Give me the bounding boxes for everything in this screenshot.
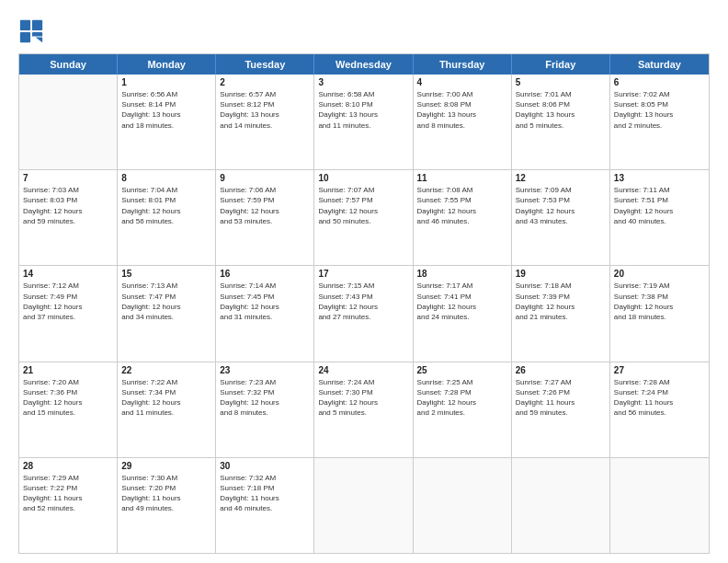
calendar-cell: 2Sunrise: 6:57 AM Sunset: 8:12 PM Daylig… [216, 75, 314, 169]
calendar-cell: 28Sunrise: 7:29 AM Sunset: 7:22 PM Dayli… [19, 458, 118, 553]
day-info: Sunrise: 7:03 AM Sunset: 8:03 PM Dayligh… [23, 185, 113, 226]
day-info: Sunrise: 7:00 AM Sunset: 8:08 PM Dayligh… [417, 89, 507, 131]
day-info: Sunrise: 7:24 AM Sunset: 7:30 PM Dayligh… [318, 377, 408, 419]
calendar-cell: 11Sunrise: 7:08 AM Sunset: 7:55 PM Dayli… [414, 170, 512, 265]
day-number: 5 [516, 77, 606, 87]
calendar-cell: 4Sunrise: 7:00 AM Sunset: 8:08 PM Daylig… [414, 75, 512, 169]
calendar-cell: 5Sunrise: 7:01 AM Sunset: 8:06 PM Daylig… [512, 75, 610, 169]
calendar-cell: 1Sunrise: 6:56 AM Sunset: 8:14 PM Daylig… [118, 75, 216, 169]
day-info: Sunrise: 7:19 AM Sunset: 7:38 PM Dayligh… [614, 281, 705, 322]
calendar-cell: 30Sunrise: 7:32 AM Sunset: 7:18 PM Dayli… [216, 458, 314, 553]
calendar-body: 1Sunrise: 6:56 AM Sunset: 8:14 PM Daylig… [19, 75, 709, 553]
header-day-monday: Monday [118, 54, 216, 75]
calendar-cell: 25Sunrise: 7:25 AM Sunset: 7:28 PM Dayli… [414, 362, 512, 457]
day-number: 1 [121, 77, 211, 87]
day-info: Sunrise: 7:32 AM Sunset: 7:18 PM Dayligh… [220, 473, 310, 514]
day-number: 13 [614, 173, 705, 183]
day-info: Sunrise: 7:18 AM Sunset: 7:39 PM Dayligh… [516, 281, 606, 322]
calendar: SundayMondayTuesdayWednesdayThursdayFrid… [18, 53, 710, 554]
day-info: Sunrise: 7:07 AM Sunset: 7:57 PM Dayligh… [318, 185, 408, 226]
day-number: 12 [516, 173, 606, 183]
logo [18, 18, 48, 44]
svg-rect-3 [20, 32, 30, 42]
day-number: 24 [318, 365, 408, 375]
calendar-cell: 17Sunrise: 7:15 AM Sunset: 7:43 PM Dayli… [314, 266, 413, 361]
svg-marker-5 [36, 38, 42, 43]
day-number: 20 [614, 269, 705, 279]
header-day-friday: Friday [512, 54, 610, 75]
day-info: Sunrise: 6:56 AM Sunset: 8:14 PM Dayligh… [121, 89, 211, 131]
day-number: 14 [23, 269, 113, 279]
day-number: 10 [318, 173, 408, 183]
day-number: 18 [417, 269, 507, 279]
day-info: Sunrise: 7:25 AM Sunset: 7:28 PM Dayligh… [417, 377, 507, 419]
calendar-cell: 21Sunrise: 7:20 AM Sunset: 7:36 PM Dayli… [19, 362, 118, 457]
svg-rect-1 [20, 20, 30, 30]
day-info: Sunrise: 7:27 AM Sunset: 7:26 PM Dayligh… [516, 377, 606, 419]
calendar-cell: 15Sunrise: 7:13 AM Sunset: 7:47 PM Dayli… [118, 266, 216, 361]
day-info: Sunrise: 7:12 AM Sunset: 7:49 PM Dayligh… [23, 281, 113, 322]
header-day-sunday: Sunday [19, 54, 118, 75]
day-number: 9 [220, 173, 310, 183]
day-info: Sunrise: 7:02 AM Sunset: 8:05 PM Dayligh… [614, 89, 705, 131]
calendar-cell: 12Sunrise: 7:09 AM Sunset: 7:53 PM Dayli… [512, 170, 610, 265]
day-info: Sunrise: 7:14 AM Sunset: 7:45 PM Dayligh… [220, 281, 310, 322]
header-day-saturday: Saturday [610, 54, 709, 75]
day-info: Sunrise: 7:13 AM Sunset: 7:47 PM Dayligh… [121, 281, 211, 322]
calendar-header: SundayMondayTuesdayWednesdayThursdayFrid… [19, 54, 709, 75]
day-number: 7 [23, 173, 113, 183]
calendar-cell: 10Sunrise: 7:07 AM Sunset: 7:57 PM Dayli… [314, 170, 413, 265]
calendar-cell: 16Sunrise: 7:14 AM Sunset: 7:45 PM Dayli… [216, 266, 314, 361]
day-number: 8 [121, 173, 211, 183]
day-info: Sunrise: 7:17 AM Sunset: 7:41 PM Dayligh… [417, 281, 507, 322]
day-number: 27 [614, 365, 705, 375]
day-number: 29 [121, 461, 211, 471]
day-number: 6 [614, 77, 705, 87]
logo-icon [18, 18, 44, 44]
calendar-cell: 22Sunrise: 7:22 AM Sunset: 7:34 PM Dayli… [118, 362, 216, 457]
calendar-cell: 29Sunrise: 7:30 AM Sunset: 7:20 PM Dayli… [118, 458, 216, 553]
day-info: Sunrise: 7:23 AM Sunset: 7:32 PM Dayligh… [220, 377, 310, 419]
day-number: 4 [417, 77, 507, 87]
day-info: Sunrise: 7:04 AM Sunset: 8:01 PM Dayligh… [121, 185, 211, 226]
day-number: 23 [220, 365, 310, 375]
header-day-thursday: Thursday [414, 54, 512, 75]
header-day-tuesday: Tuesday [216, 54, 314, 75]
calendar-cell: 8Sunrise: 7:04 AM Sunset: 8:01 PM Daylig… [118, 170, 216, 265]
calendar-row-0: 1Sunrise: 6:56 AM Sunset: 8:14 PM Daylig… [19, 75, 709, 170]
header-day-wednesday: Wednesday [314, 54, 413, 75]
page-header [18, 15, 710, 44]
day-number: 21 [23, 365, 113, 375]
calendar-cell [19, 75, 118, 169]
day-info: Sunrise: 7:06 AM Sunset: 7:59 PM Dayligh… [220, 185, 310, 226]
calendar-cell [610, 458, 709, 553]
calendar-cell: 6Sunrise: 7:02 AM Sunset: 8:05 PM Daylig… [610, 75, 709, 169]
day-number: 25 [417, 365, 507, 375]
calendar-row-4: 28Sunrise: 7:29 AM Sunset: 7:22 PM Dayli… [19, 458, 709, 553]
calendar-cell [512, 458, 610, 553]
day-info: Sunrise: 6:57 AM Sunset: 8:12 PM Dayligh… [220, 89, 310, 131]
calendar-cell: 24Sunrise: 7:24 AM Sunset: 7:30 PM Dayli… [314, 362, 413, 457]
day-info: Sunrise: 7:08 AM Sunset: 7:55 PM Dayligh… [417, 185, 507, 226]
svg-rect-2 [32, 20, 42, 30]
day-info: Sunrise: 7:01 AM Sunset: 8:06 PM Dayligh… [516, 89, 606, 131]
calendar-cell: 20Sunrise: 7:19 AM Sunset: 7:38 PM Dayli… [610, 266, 709, 361]
svg-rect-4 [32, 32, 42, 37]
calendar-cell: 7Sunrise: 7:03 AM Sunset: 8:03 PM Daylig… [19, 170, 118, 265]
calendar-cell: 18Sunrise: 7:17 AM Sunset: 7:41 PM Dayli… [414, 266, 512, 361]
day-info: Sunrise: 7:30 AM Sunset: 7:20 PM Dayligh… [121, 473, 211, 514]
day-number: 17 [318, 269, 408, 279]
calendar-cell: 13Sunrise: 7:11 AM Sunset: 7:51 PM Dayli… [610, 170, 709, 265]
day-number: 26 [516, 365, 606, 375]
calendar-cell [414, 458, 512, 553]
day-number: 19 [516, 269, 606, 279]
day-info: Sunrise: 7:22 AM Sunset: 7:34 PM Dayligh… [121, 377, 211, 419]
calendar-cell: 14Sunrise: 7:12 AM Sunset: 7:49 PM Dayli… [19, 266, 118, 361]
day-number: 22 [121, 365, 211, 375]
calendar-cell: 9Sunrise: 7:06 AM Sunset: 7:59 PM Daylig… [216, 170, 314, 265]
calendar-cell: 27Sunrise: 7:28 AM Sunset: 7:24 PM Dayli… [610, 362, 709, 457]
day-number: 16 [220, 269, 310, 279]
day-number: 28 [23, 461, 113, 471]
day-info: Sunrise: 7:11 AM Sunset: 7:51 PM Dayligh… [614, 185, 705, 226]
calendar-cell: 26Sunrise: 7:27 AM Sunset: 7:26 PM Dayli… [512, 362, 610, 457]
